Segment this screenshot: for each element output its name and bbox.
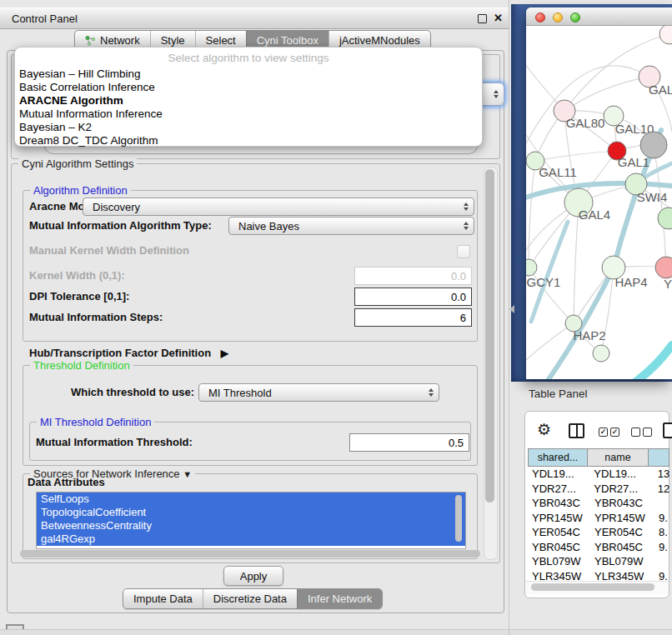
column-header-shared[interactable]: shared...: [528, 448, 588, 467]
settings-group-title: Cyni Algorithm Settings: [18, 158, 137, 170]
expanded-arrow-icon: ▼: [183, 469, 192, 479]
tab-label: Style: [161, 34, 185, 47]
attribute-item-betweennesscentrality[interactable]: BetweennessCentrality: [37, 519, 465, 532]
mi-steps-field[interactable]: 6: [354, 308, 472, 327]
table-row[interactable]: YDL19...YDL19...13: [528, 467, 669, 482]
network-node[interactable]: [640, 132, 667, 158]
zoom-traffic-light-icon[interactable]: [570, 12, 580, 22]
mi-threshold-group-title: MI Threshold Definition: [37, 416, 154, 428]
network-node-label: HAP4: [614, 275, 647, 289]
table-cell: YBR043C: [591, 496, 655, 511]
algorithm-combo-focused-sliver[interactable]: [481, 82, 504, 106]
network-node-gcy1[interactable]: [526, 259, 537, 276]
select-all-checkbox-icon[interactable]: ✓: [610, 428, 619, 437]
select-all-checkbox-icon[interactable]: ✓: [599, 428, 608, 437]
attribute-item-gal4rgexp[interactable]: gal4RGexp: [37, 532, 465, 546]
tab-impute-data[interactable]: Impute Data: [123, 589, 203, 608]
manual-kernel-label: Manual Kernel Width Definition: [29, 242, 189, 259]
table-cell: YLR345W: [528, 569, 591, 582]
table-row[interactable]: YLR345WYLR345W9.: [528, 569, 669, 582]
gear-icon[interactable]: ⚙: [537, 421, 551, 439]
table-cell: YER054C: [528, 525, 591, 540]
table-cell: 13: [654, 467, 669, 482]
algorithm-option-aracne-algorithm[interactable]: ARACNE Algorithm: [15, 94, 482, 108]
combo-stepper-icon: [464, 202, 469, 211]
dpi-tolerance-field[interactable]: 0.0: [354, 288, 472, 306]
network-node-label: Y: [664, 277, 672, 291]
algorithm-definition-title: Algorithm Definition: [30, 184, 131, 197]
tab-label: Network: [100, 34, 140, 47]
table-cell: YBR045C: [528, 540, 591, 555]
deselect-all-checkbox-icon[interactable]: [643, 428, 652, 437]
algorithm-option-basic-correlation-inference[interactable]: Basic Correlation Inference: [15, 81, 482, 94]
table-cell: YBR045C: [591, 540, 655, 555]
minimize-traffic-light-icon[interactable]: [553, 12, 563, 22]
settings-vscrollbar-thumb[interactable]: [485, 169, 494, 502]
mi-threshold-label: Mutual Information Threshold:: [36, 434, 193, 451]
table-cell: YPR145W: [528, 511, 591, 526]
settings-hscrollbar[interactable]: [20, 550, 480, 558]
aracne-mode-value: Discovery: [93, 201, 140, 213]
table-row[interactable]: YBR043CYBR043C: [528, 496, 669, 511]
network-canvas[interactable]: GALGAL80GAL10GAL1GAL11SWI4GAL4GCY1HAP4YH…: [526, 26, 672, 379]
network-node-label: GAL80: [566, 116, 605, 130]
network-node[interactable]: [658, 208, 672, 229]
tab-label: Impute Data: [133, 592, 193, 605]
table-row[interactable]: YBR045CYBR045C9.: [528, 540, 669, 555]
algorithm-option-dream8-dc-tdc-algorithm[interactable]: Dream8 DC_TDC Algorithm: [15, 134, 482, 148]
aracne-mode-combo[interactable]: Discovery: [83, 198, 474, 216]
tab-label: Select: [206, 34, 236, 47]
hub-definition-label: Hub/Transcription Factor Definition: [29, 347, 211, 359]
attributes-list-scrollbar[interactable]: [455, 495, 462, 542]
column-layout-icon[interactable]: [569, 423, 584, 438]
control-panel-title: Control Panel: [0, 12, 78, 25]
tab-label: Discretize Data: [213, 592, 287, 605]
table-panel-title: Table Panel: [529, 388, 588, 400]
kernel-width-label: Kernel Width (0,1):: [29, 268, 125, 284]
close-icon[interactable]: ✕: [494, 12, 503, 24]
table-row[interactable]: YPR145WYPR145W9.: [528, 511, 669, 526]
attribute-item-topologicalcoefficient[interactable]: TopologicalCoefficient: [37, 506, 465, 519]
table-row[interactable]: YDR27...YDR27...12: [528, 482, 669, 497]
column-header-partial[interactable]: [648, 448, 669, 467]
tab-discretize-data[interactable]: Discretize Data: [203, 589, 297, 608]
table-row[interactable]: YBL079WYBL079W: [528, 554, 669, 569]
network-node-label: GCY1: [527, 275, 561, 289]
which-threshold-combo[interactable]: MI Threshold: [198, 383, 439, 402]
mi-algorithm-type-combo[interactable]: Naive Bayes: [228, 217, 474, 235]
table-cell: [655, 496, 659, 511]
table-rows[interactable]: YDL19...YDL19...13YDR27...YDR27...12YBR0…: [528, 467, 669, 581]
combo-stepper-icon: [429, 388, 434, 397]
network-node[interactable]: [659, 26, 672, 44]
network-node-label: GAL4: [579, 208, 610, 222]
export-table-icon[interactable]: [663, 422, 672, 438]
table-hscrollbar-thumb[interactable]: [531, 583, 654, 591]
table-row[interactable]: YER054CYER054C8.: [528, 525, 669, 540]
close-traffic-light-icon[interactable]: [535, 12, 545, 22]
algorithm-option-mutual-information-inference[interactable]: Mutual Information Inference: [15, 108, 482, 121]
network-node-label: GAL11: [539, 165, 577, 179]
algorithm-option-bayesian-hill-climbing[interactable]: Bayesian – Hill Climbing: [15, 68, 482, 81]
table-cell: 12: [654, 482, 669, 497]
algorithm-option-bayesian-k2[interactable]: Bayesian – K2: [15, 121, 482, 134]
float-panel-icon[interactable]: [478, 14, 487, 23]
table-cell: YDL19...: [528, 467, 590, 482]
data-attributes-list[interactable]: SelfLoopsTopologicalCoefficientBetweenne…: [36, 492, 466, 549]
network-edge: [631, 345, 672, 379]
tab-label: Cyni Toolbox: [257, 34, 318, 47]
network-window-titlebar[interactable]: [526, 8, 672, 26]
kernel-width-field[interactable]: 0.0: [354, 267, 472, 285]
table-cell: YDL19...: [590, 467, 654, 482]
app-root: Control Panel ✕ NetworkStyleSelectCyni T…: [0, 0, 672, 635]
deselect-all-checkbox-icon[interactable]: [631, 428, 640, 437]
network-node-y[interactable]: [655, 257, 672, 278]
mi-threshold-field[interactable]: 0.5: [349, 433, 469, 452]
manual-kernel-checkbox[interactable]: [457, 245, 470, 258]
column-header-name[interactable]: name: [587, 448, 649, 467]
mi-algorithm-type-value: Naive Bayes: [238, 220, 299, 232]
splitter-arrow-icon[interactable]: [509, 305, 514, 313]
tab-infer-network[interactable]: Infer Network: [297, 589, 382, 608]
apply-button[interactable]: Apply: [223, 566, 283, 586]
attribute-item-selfloops[interactable]: SelfLoops: [37, 492, 465, 506]
network-node[interactable]: [593, 345, 609, 362]
